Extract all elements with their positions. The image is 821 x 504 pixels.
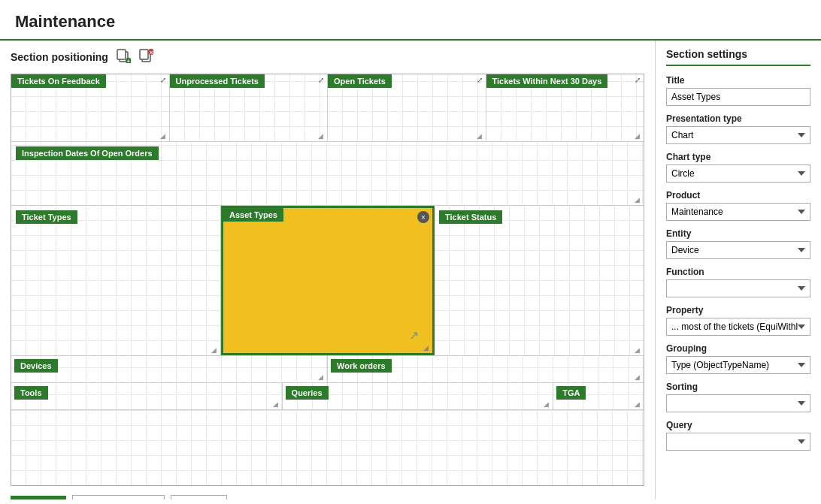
field-group-grouping: Grouping Type (ObjectTypeName) [666,343,810,374]
tile-tools[interactable]: Tools [14,386,48,400]
top-row: Tickets On Feedback ⤢ ◢ Unprocessed Tick… [11,74,644,142]
tile-cell-devices: Devices ◢ [11,356,328,382]
tools-row: Tools ◢ Queries ◢ TGA ◢ [11,383,644,410]
grouping-label: Grouping [666,343,810,354]
resize-handle-30[interactable]: ◢ [635,132,642,140]
extra-row [11,410,644,485]
query-label: Query [666,420,810,430]
tile-tickets-within-30[interactable]: Tickets Within Next 30 Days [486,74,608,88]
tile-inspection-dates[interactable]: Inspection Dates Of Open Orders [16,146,159,160]
resize-handle-devices[interactable]: ◢ [318,373,326,381]
grouping-select[interactable]: Type (ObjectTypeName) [666,356,810,374]
field-group-property: Property ... most of the tickets (EquiWi… [666,305,810,336]
resize-handle-ticket-status[interactable]: ◢ [635,346,642,354]
tile-tickets-feedback[interactable]: Tickets On Feedback [11,74,106,88]
tile-cell-queries: Queries ◢ [283,383,554,409]
empty-grid-cell [11,410,644,485]
tile-ticket-status[interactable]: Ticket Status [439,210,502,224]
function-select[interactable] [666,279,810,297]
presentation-type-label: Presentation type [666,113,810,124]
expand-icon-feedback[interactable]: ⤢ [157,74,169,86]
title-input[interactable] [666,88,810,106]
sorting-select[interactable] [666,394,810,412]
left-panel: Section positioning + × [0,41,656,499]
property-label: Property [666,305,810,315]
save-and-close-button[interactable]: Save and close [72,495,165,499]
drag-cursor-icon: ↗ [409,328,419,343]
product-select[interactable]: Maintenance [666,203,810,221]
tile-devices[interactable]: Devices [14,359,58,373]
tile-cell-tga: TGA ◢ [553,383,644,409]
property-select[interactable]: ... most of the tickets (EquiWithl [666,318,810,336]
entity-select[interactable]: Device [666,241,810,259]
field-group-entity: Entity Device [666,228,810,259]
cancel-button[interactable]: Cancel [171,495,226,499]
resize-handle-queries[interactable]: ◢ [544,400,551,408]
tile-cell-unprocessed: Unprocessed Tickets ⤢ ◢ [170,74,329,141]
tile-unprocessed-tickets[interactable]: Unprocessed Tickets [170,74,265,88]
resize-handle-asset-types[interactable]: ◢ [423,344,431,352]
field-group-chart-type: Chart type Circle [666,152,810,183]
resize-handle-open[interactable]: ◢ [477,132,484,140]
resize-handle-ticket-types[interactable]: ◢ [211,346,219,354]
tile-cell-tickets-30: Tickets Within Next 30 Days ⤢ ◢ [486,74,644,141]
chart-type-label: Chart type [666,152,810,162]
query-select[interactable] [666,433,810,451]
resize-handle-tga[interactable]: ◢ [635,400,642,408]
section-grid: Tickets On Feedback ⤢ ◢ Unprocessed Tick… [11,74,644,486]
section-settings-title: Section settings [666,48,810,66]
save-button[interactable]: Save [11,496,66,499]
field-group-query: Query [666,420,810,451]
chart-type-select[interactable]: Circle [666,164,810,183]
svg-rect-1 [117,50,126,59]
resize-handle-feedback[interactable]: ◢ [160,132,168,140]
middle-row: Ticket Types ◢ Asset Types × ◢ ↗ Ticket … [11,206,644,356]
tile-work-orders[interactable]: Work orders [331,359,392,373]
svg-text:+: + [126,58,130,63]
section-positioning-title: Section positioning [11,51,108,63]
expand-icon-30[interactable]: ⤢ [632,74,644,86]
tile-asset-types[interactable]: Asset Types [223,208,283,222]
tile-cell-ticket-types: Ticket Types ◢ [11,206,221,355]
field-group-function: Function [666,267,810,297]
tile-ticket-types[interactable]: Ticket Types [16,210,77,224]
field-group-presentation-type: Presentation type Chart [666,113,810,144]
title-label: Title [666,75,810,86]
tile-queries[interactable]: Queries [286,386,329,400]
right-panel: Section settings Title Presentation type… [656,41,821,499]
field-group-title: Title [666,75,810,106]
resize-handle-work-orders[interactable]: ◢ [635,373,642,381]
devices-workorders-row: Devices ◢ Work orders ◢ [11,356,644,383]
svg-rect-5 [140,50,148,59]
resize-handle-tools[interactable]: ◢ [273,400,280,408]
function-label: Function [666,267,810,277]
tile-open-tickets[interactable]: Open Tickets [328,74,392,88]
copy-section-button[interactable]: + [116,48,131,66]
footer-buttons: Save Save and close Cancel [11,495,644,499]
field-group-product: Product Maintenance [666,190,810,221]
tile-cell-work-orders: Work orders ◢ [328,356,644,382]
close-asset-types-button[interactable]: × [417,211,429,223]
expand-icon-open[interactable]: ⤢ [474,74,486,86]
page-title: Maintenance [0,0,821,41]
entity-label: Entity [666,228,810,239]
resize-handle-inspection[interactable]: ◢ [635,196,642,204]
resize-handle-unprocessed[interactable]: ◢ [318,132,326,140]
svg-text:×: × [149,49,153,56]
inspection-row: Inspection Dates Of Open Orders ◢ [11,142,644,206]
tile-tga[interactable]: TGA [556,386,586,400]
expand-icon-unprocessed[interactable]: ⤢ [315,74,327,86]
tile-cell-tickets-feedback: Tickets On Feedback ⤢ ◢ [11,74,170,141]
product-label: Product [666,190,810,201]
field-group-sorting: Sorting [666,382,810,412]
tile-cell-asset-types: Asset Types × ◢ ↗ [221,206,435,355]
delete-section-button[interactable]: × [138,48,153,66]
tile-cell-ticket-status: Ticket Status ◢ [435,206,644,355]
sorting-label: Sorting [666,382,810,392]
tile-cell-tools: Tools ◢ [11,383,283,409]
presentation-type-select[interactable]: Chart [666,126,810,144]
tile-cell-open-tickets: Open Tickets ⤢ ◢ [328,74,486,141]
